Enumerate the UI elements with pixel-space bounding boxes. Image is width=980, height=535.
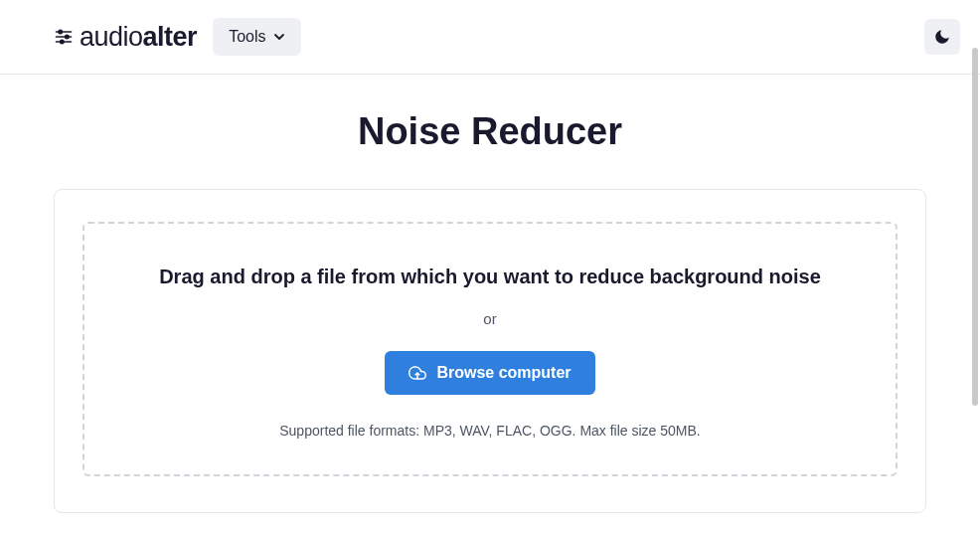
logo[interactable]: audioalter — [54, 22, 197, 53]
scrollbar-thumb[interactable] — [972, 48, 978, 406]
main: Noise Reducer Drag and drop a file from … — [0, 75, 980, 513]
logo-text: audioalter — [80, 22, 197, 53]
dropzone-heading: Drag and drop a file from which you want… — [104, 266, 876, 288]
upload-card: Drag and drop a file from which you want… — [54, 189, 926, 513]
tools-dropdown[interactable]: Tools — [213, 18, 301, 56]
moon-icon — [933, 28, 951, 46]
cloud-upload-icon — [408, 364, 426, 382]
svg-point-5 — [61, 40, 64, 43]
browse-computer-button[interactable]: Browse computer — [385, 351, 594, 395]
chevron-down-icon — [273, 31, 285, 43]
browse-label: Browse computer — [436, 364, 571, 382]
dropzone[interactable]: Drag and drop a file from which you want… — [82, 222, 898, 476]
dark-mode-toggle[interactable] — [924, 19, 960, 55]
or-separator: or — [104, 310, 876, 327]
svg-point-3 — [59, 30, 62, 33]
page-title: Noise Reducer — [54, 110, 926, 153]
sliders-icon — [54, 27, 74, 47]
header: audioalter Tools — [0, 0, 980, 75]
supported-formats-text: Supported file formats: MP3, WAV, FLAC, … — [104, 423, 876, 439]
tools-label: Tools — [229, 28, 265, 46]
svg-point-4 — [66, 35, 69, 38]
scrollbar[interactable] — [972, 0, 978, 535]
header-left: audioalter Tools — [54, 18, 301, 56]
